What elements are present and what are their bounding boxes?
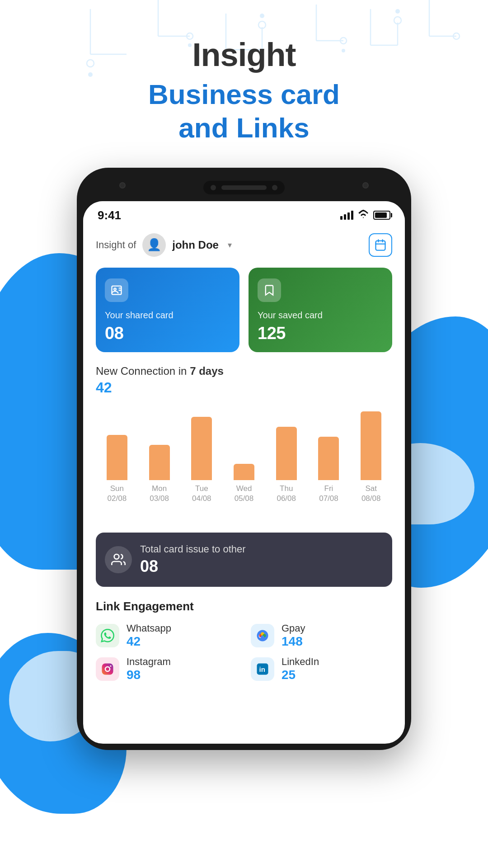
shared-card-stat[interactable]: Your shared card 08 (96, 268, 239, 352)
whatsapp-info: Whatsapp 42 (127, 623, 171, 649)
engagement-gpay[interactable]: G Gpay (251, 623, 392, 649)
subtitle-line2: and Links (178, 112, 309, 143)
total-card-info: Total card issue to other 08 (140, 543, 246, 576)
svg-point-38 (261, 636, 264, 639)
phone-wrapper: 9:41 (0, 168, 488, 750)
insight-user-row: Insight of 👤 john Doe ▾ (96, 233, 232, 257)
connection-title: New Connection in 7 days (96, 365, 392, 377)
svg-text:in: in (259, 665, 265, 673)
chart-bars (96, 403, 392, 480)
phone-speaker (221, 185, 267, 190)
status-time: 9:41 (98, 208, 121, 222)
page-header: Insight Business card and Links (0, 0, 488, 159)
shared-card-label: Your shared card (105, 309, 230, 321)
instagram-info: Instagram 98 (127, 656, 171, 682)
phone-notch-center (203, 181, 285, 194)
bar-thu (276, 427, 297, 480)
instagram-count: 98 (127, 668, 171, 682)
bar-sat (361, 411, 381, 480)
chart-label-wed: Wed05/08 (223, 484, 265, 504)
whatsapp-count: 42 (127, 634, 171, 649)
chart-labels: Sun02/08 Mon03/08 Tue04/08 Wed05/08 Thu0… (96, 484, 392, 504)
svg-rect-39 (102, 663, 113, 675)
camera-right (362, 182, 369, 189)
page-subtitle: Business card and Links (0, 78, 488, 145)
linkedin-icon: in (251, 657, 274, 681)
svg-point-41 (110, 665, 111, 667)
gpay-name: Gpay (282, 623, 305, 634)
page-title: Insight (0, 36, 488, 73)
notch-dot-2 (272, 185, 277, 190)
signal-icon (340, 211, 353, 220)
bar-tue (191, 417, 212, 480)
bar-sun (107, 435, 127, 480)
link-engagement-title: Link Engagement (96, 599, 392, 613)
shared-card-value: 08 (105, 324, 230, 343)
whatsapp-icon (96, 624, 119, 647)
wifi-icon (358, 210, 369, 221)
bar-wed (234, 464, 254, 480)
svg-rect-25 (376, 241, 385, 250)
chart-label-sun: Sun02/08 (96, 484, 138, 504)
chart-bar-thu (265, 427, 308, 480)
gpay-count: 148 (282, 634, 305, 649)
connection-days: 7 days (190, 365, 224, 377)
bar-fri (318, 437, 339, 480)
chart-label-sat: Sat08/08 (350, 484, 392, 504)
bar-mon (149, 445, 170, 480)
insight-header: Insight of 👤 john Doe ▾ (96, 233, 392, 257)
phone-device: 9:41 (77, 168, 411, 750)
user-name: john Doe (172, 239, 219, 251)
engagement-linkedin[interactable]: in LinkedIn 25 (251, 656, 392, 682)
notch-dot (211, 185, 216, 190)
connection-title-prefix: New Connection in (96, 365, 190, 377)
calendar-button[interactable] (369, 233, 392, 257)
connection-section: New Connection in 7 days 42 (96, 365, 392, 524)
chart-label-tue: Tue04/08 (180, 484, 223, 504)
chart-bar-sun (96, 435, 138, 480)
chart-bar-wed (223, 464, 265, 480)
linkedin-count: 25 (282, 668, 319, 682)
total-card-label: Total card issue to other (140, 543, 246, 555)
chart-bar-sat (350, 411, 392, 480)
avatar: 👤 (142, 233, 166, 257)
saved-card-label: Your saved card (258, 309, 383, 321)
battery-fill (375, 212, 387, 218)
app-content: Insight of 👤 john Doe ▾ (83, 226, 405, 696)
shared-card-icon (105, 278, 128, 302)
phone-notch (83, 174, 405, 201)
linkedin-info: LinkedIn 25 (282, 656, 319, 682)
insight-of-label: Insight of (96, 239, 136, 251)
total-card-section: Total card issue to other 08 (96, 533, 392, 587)
chart-label-mon: Mon03/08 (138, 484, 181, 504)
camera-left (119, 182, 126, 189)
dropdown-arrow-icon[interactable]: ▾ (228, 240, 232, 250)
chart-bar-tue (180, 417, 223, 480)
total-card-value: 08 (140, 557, 246, 576)
engagement-whatsapp[interactable]: Whatsapp 42 (96, 623, 237, 649)
gpay-icon: G (251, 624, 274, 647)
chart-label-fri: Fri07/08 (308, 484, 350, 504)
status-icons (340, 210, 390, 221)
battery-icon (373, 211, 390, 220)
saved-card-stat[interactable]: Your saved card 125 (249, 268, 392, 352)
chart-bar-mon (138, 445, 181, 480)
link-engagement-section: Link Engagement Whatsapp 42 (96, 599, 392, 682)
instagram-icon (96, 657, 119, 681)
chart-label-thu: Thu06/08 (265, 484, 308, 504)
engagement-instagram[interactable]: Instagram 98 (96, 656, 237, 682)
total-card-icon (105, 546, 132, 573)
whatsapp-name: Whatsapp (127, 623, 171, 634)
chart-bar-fri (308, 437, 350, 480)
saved-card-icon (258, 278, 281, 302)
svg-point-33 (114, 554, 119, 559)
saved-card-value: 125 (258, 324, 383, 343)
phone-screen: 9:41 (83, 201, 405, 744)
status-bar: 9:41 (83, 201, 405, 226)
stats-cards-row: Your shared card 08 Your saved card 125 (96, 268, 392, 352)
bar-chart: Sun02/08 Mon03/08 Tue04/08 Wed05/08 Thu0… (96, 403, 392, 524)
linkedin-name: LinkedIn (282, 656, 319, 668)
svg-point-30 (114, 288, 116, 290)
gpay-info: Gpay 148 (282, 623, 305, 649)
engagement-grid: Whatsapp 42 G (96, 623, 392, 682)
